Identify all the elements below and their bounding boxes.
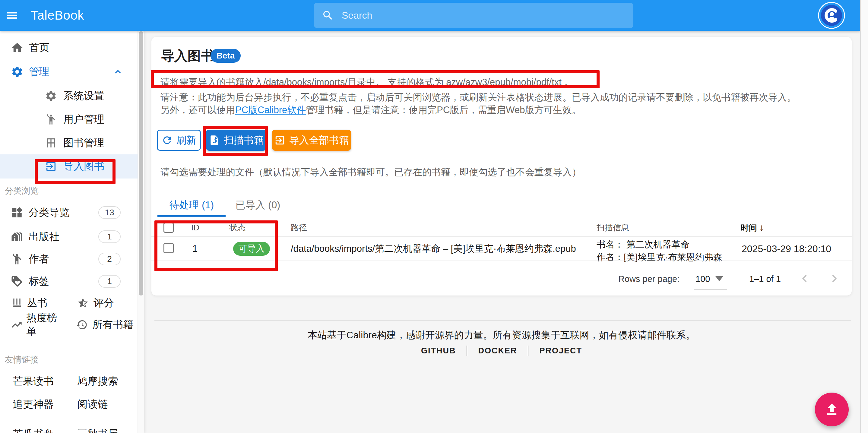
column-header-id[interactable]: ID [191,219,199,237]
sidebar-item-tags[interactable]: 标签 1 [0,270,137,293]
sidebar-item-label: 评分 [93,296,114,310]
sidebar-compact-row-2: 热度榜单 所有书籍 [0,313,137,337]
sidebar-item-label: 图书管理 [63,136,104,150]
gear-icon [10,65,24,78]
footer-divider [154,320,851,321]
upload-icon [824,402,840,417]
count-badge: 2 [98,253,121,265]
star-half-icon [76,297,90,309]
friend-link[interactable]: 追更神器 [13,397,54,411]
sidebar-item-rating[interactable]: 评分 [66,296,114,310]
column-header-status[interactable]: 状态 [229,219,246,237]
refresh-button[interactable]: 刷新 [157,130,201,151]
section-label-browse: 分类浏览 [5,185,39,196]
sidebar-item-label: 标签 [29,274,49,288]
gear-icon [44,90,58,102]
page-scrollbar[interactable] [860,0,868,433]
sort-desc-icon: ↓ [760,222,764,233]
sidebar-item-book-management[interactable]: 图书管理 [0,131,137,155]
shelves-icon [10,297,24,309]
tab-imported-label: 已导入 (0) [236,198,280,212]
column-header-scan-info[interactable]: 扫描信息 [596,219,629,237]
notice-calibre: 另外，还可以使用PC版Calibre软件管理书籍，但是请注意：使用完PC版后，需… [160,104,581,116]
notice-async: 请注意：此功能为后台异步执行，不必重复点击，启动后可关闭浏览器，或刷新关注表格状… [160,91,796,104]
column-header-path[interactable]: 路径 [291,219,307,237]
import-all-button[interactable]: 导入全部书籍 [272,130,351,151]
dropdown-arrow-icon[interactable] [715,276,723,281]
sidebar-item-publishers[interactable]: 出版社 1 [0,225,137,248]
sidebar-item-label: 出版社 [29,230,59,244]
chevron-up-icon [111,66,125,78]
scan-info-title: 书名： 第二次机器革命 [596,238,722,251]
sidebar-item-home[interactable]: 首页 [0,36,137,60]
history-icon [75,319,89,331]
friend-link[interactable]: 阅读链 [77,397,108,411]
rows-per-page-select[interactable]: 100 [695,269,710,289]
sidebar: 首页 管理 系统设置 用户管理 图书管理 导入图书 分类浏览 分类导览 13 [0,31,144,433]
section-label-friend-links: 友情链接 [5,354,39,366]
select-underline [694,289,727,289]
column-header-time-label: 时间 [741,223,757,233]
sidebar-item-label: 系统设置 [63,89,104,103]
project-link[interactable]: PROJECT [539,346,582,355]
trending-up-icon [10,319,23,331]
next-page-button[interactable] [828,273,840,285]
scan-books-label: 扫描书籍 [224,133,264,147]
sidebar-item-manage[interactable]: 管理 [0,60,137,84]
sidebar-item-system-settings[interactable]: 系统设置 [0,84,137,108]
import-icon [44,160,58,173]
talebook-screen: TaleBook 首页 管理 [0,0,868,433]
select-all-checkbox[interactable] [163,222,174,233]
sidebar-item-import-books[interactable]: 导入图书 [0,154,137,179]
docker-link[interactable]: DOCKER [478,346,517,355]
row-checkbox[interactable] [163,243,174,253]
sidebar-item-user-management[interactable]: 用户管理 [0,107,137,131]
hamburger-icon [5,9,19,22]
sidebar-item-label: 用户管理 [63,113,104,126]
github-link[interactable]: GITHUB [421,346,456,355]
friend-link[interactable]: 鸠摩搜索 [77,374,118,389]
scan-info-author: 作者：[美]埃里克·布莱恩约弗森 [596,251,722,264]
friend-link[interactable]: 芒果读书 [13,374,54,389]
calibre-link[interactable]: PC版Calibre软件 [235,105,306,115]
previous-page-button[interactable] [799,273,811,285]
sidebar-item-authors[interactable]: 作者 2 [0,247,137,271]
account-avatar[interactable] [818,1,845,29]
notice-import-dir: 请将需要导入的书籍放入/data/books/imports/目录中。 支持的格… [160,76,574,89]
home-icon [10,41,24,54]
rows-per-page-label: Rows per page: [618,269,680,289]
tab-imported[interactable]: 已导入 (0) [226,195,290,215]
person-waving-icon [44,113,58,125]
sidebar-item-series[interactable]: 丛书 [0,296,66,310]
footer-separator [528,345,528,356]
footer-links: GITHUB DOCKER PROJECT [151,345,852,356]
sidebar-item-label: 导入图书 [63,159,104,174]
sidebar-scrollbar[interactable] [137,31,144,433]
sidebar-item-label: 热度榜单 [26,311,66,339]
sidebar-scrollbar-thumb[interactable] [139,31,143,296]
import-all-label: 导入全部书籍 [289,133,349,147]
cell-id: 1 [192,237,197,260]
search-input[interactable] [341,10,625,22]
import-icon [274,134,286,146]
column-header-time[interactable]: 时间 ↓ [741,219,764,237]
sidebar-item-popularity[interactable]: 热度榜单 [0,311,66,339]
search-box[interactable] [314,3,633,28]
scan-books-button[interactable]: 扫描书籍 [206,130,266,151]
beta-badge: Beta [211,49,241,63]
sidebar-item-category-nav[interactable]: 分类导览 13 [0,201,137,224]
friend-link[interactable]: 三秋书屋 [77,427,118,433]
sidebar-item-all-books[interactable]: 所有书籍 [66,318,133,332]
friend-link[interactable]: 苦瓜书盘 [13,427,54,433]
menu-button[interactable] [4,7,20,23]
count-badge: 1 [98,275,121,288]
notice-calibre-prefix: 另外，还可以使用 [160,105,235,115]
cell-scan-info: 书名： 第二次机器革命 作者：[美]埃里克·布莱恩约弗森 [596,238,722,264]
tab-pending[interactable]: 待处理 (1) [157,195,226,215]
sidebar-item-label: 首页 [29,41,50,55]
sidebar-item-label: 丛书 [27,296,48,310]
upload-fab[interactable] [815,393,849,426]
holiday-village-icon [10,230,24,243]
cell-time: 2025-03-29 18:20:10 [742,237,831,260]
search-icon [322,9,334,22]
